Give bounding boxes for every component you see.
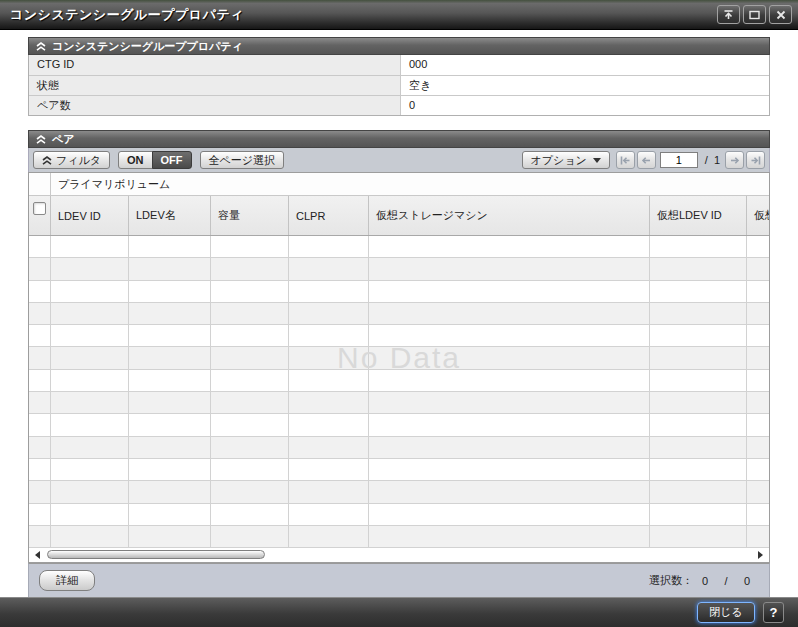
close-button[interactable]: 閉じる <box>697 602 755 623</box>
table-cell <box>650 459 747 481</box>
table-cell <box>211 437 289 459</box>
table-cell <box>747 281 770 303</box>
table-cell <box>211 258 289 280</box>
close-icon <box>775 9 787 21</box>
table-cell <box>129 370 211 392</box>
table-cell <box>369 481 650 503</box>
column-header-1[interactable]: LDEV ID <box>51 196 129 235</box>
table-cell <box>211 303 289 325</box>
row-checkbox-cell <box>29 392 51 414</box>
table-cell <box>369 414 650 436</box>
table-cell <box>747 481 770 503</box>
table-cell <box>51 392 129 414</box>
row-checkbox-cell <box>29 347 51 369</box>
next-page-icon <box>729 155 741 166</box>
table-cell <box>650 347 747 369</box>
rollup-button[interactable] <box>717 5 740 24</box>
selected-count-label: 選択数： <box>649 573 693 588</box>
table-cell <box>211 325 289 347</box>
table-row <box>29 281 770 303</box>
table-cell <box>747 414 770 436</box>
select-all-checkbox[interactable] <box>33 202 46 215</box>
table-cell <box>650 504 747 526</box>
table-row <box>29 481 770 503</box>
property-row: ペア数 0 <box>29 95 769 115</box>
table-cell <box>650 236 747 258</box>
table-cell <box>211 504 289 526</box>
page-number-input[interactable] <box>660 152 698 168</box>
table-cell <box>369 347 650 369</box>
filter-off-button[interactable]: OFF <box>152 151 192 169</box>
table-cell <box>51 236 129 258</box>
group-header-checkbox-cell <box>29 173 51 195</box>
properties-section-title: コンシステンシーグループプロパティ <box>52 39 243 54</box>
dialog-titlebar: コンシステンシーグループプロパティ <box>0 0 798 30</box>
filter-on-button[interactable]: ON <box>118 151 153 169</box>
table-cell <box>211 414 289 436</box>
table-row <box>29 303 770 325</box>
table-row <box>29 437 770 459</box>
selected-count-total: 0 <box>735 575 759 587</box>
table-cell <box>289 303 369 325</box>
table-cell <box>747 236 770 258</box>
table-row <box>29 526 770 548</box>
row-checkbox-cell <box>29 370 51 392</box>
property-label-pair-count: ペア数 <box>29 96 401 115</box>
column-header-5[interactable]: 仮想ストレージマシン <box>369 196 650 235</box>
row-checkbox-cell <box>29 325 51 347</box>
table-cell <box>650 437 747 459</box>
dialog-title: コンシステンシーグループプロパティ <box>0 6 717 24</box>
table-row <box>29 370 770 392</box>
page-total: 1 <box>714 154 720 166</box>
table-cell <box>211 481 289 503</box>
horizontal-scrollbar <box>29 548 769 562</box>
properties-section-header[interactable]: コンシステンシーグループプロパティ <box>28 37 770 55</box>
help-button[interactable]: ? <box>763 602 784 623</box>
table-row <box>29 347 770 369</box>
last-page-button[interactable] <box>746 151 765 169</box>
scrollbar-thumb[interactable] <box>47 550 265 559</box>
filter-button[interactable]: フィルタ <box>33 151 110 169</box>
table-row <box>29 459 770 481</box>
property-label-ctg-id: CTG ID <box>29 55 401 75</box>
table-cell <box>747 303 770 325</box>
table-cell <box>369 303 650 325</box>
table-cell <box>369 281 650 303</box>
column-header-2[interactable]: LDEV名 <box>129 196 211 235</box>
next-page-button[interactable] <box>725 151 744 169</box>
table-cell <box>51 281 129 303</box>
pair-section-header[interactable]: ペア <box>28 130 770 148</box>
table-cell <box>211 370 289 392</box>
scroll-left-icon[interactable] <box>35 551 40 559</box>
table-cell <box>369 258 650 280</box>
table-cell <box>51 504 129 526</box>
options-button[interactable]: オプション <box>522 151 610 169</box>
table-cell <box>289 325 369 347</box>
table-cell <box>369 504 650 526</box>
maximize-button[interactable] <box>743 5 766 24</box>
table-cell <box>211 392 289 414</box>
table-cell <box>369 236 650 258</box>
table-cell <box>129 526 211 548</box>
table-cell <box>211 347 289 369</box>
table-cell <box>747 258 770 280</box>
table-cell <box>650 281 747 303</box>
detail-button[interactable]: 詳細 <box>39 570 95 591</box>
table-row <box>29 236 770 258</box>
column-header-6[interactable]: 仮想LDEV ID <box>650 196 747 235</box>
select-all-pages-button[interactable]: 全ページ選択 <box>200 151 285 169</box>
table-cell <box>650 370 747 392</box>
properties-section: コンシステンシーグループプロパティ CTG ID 000 状態 空き ペア数 0 <box>28 37 770 116</box>
column-header-4[interactable]: CLPR <box>289 196 369 235</box>
table-cell <box>289 526 369 548</box>
first-page-button[interactable] <box>616 151 635 169</box>
triangle-down-icon <box>593 158 601 163</box>
prev-page-button[interactable] <box>637 151 656 169</box>
table-cell <box>289 281 369 303</box>
close-window-button[interactable] <box>769 5 792 24</box>
column-header-3[interactable]: 容量 <box>211 196 289 235</box>
table-cell <box>747 370 770 392</box>
column-header-7[interactable]: 仮想デバイス名 <box>747 196 770 235</box>
pair-section: ペア フィルタ ON OFF 全ページ選択 オプション <box>28 130 770 598</box>
scroll-right-icon[interactable] <box>758 551 763 559</box>
